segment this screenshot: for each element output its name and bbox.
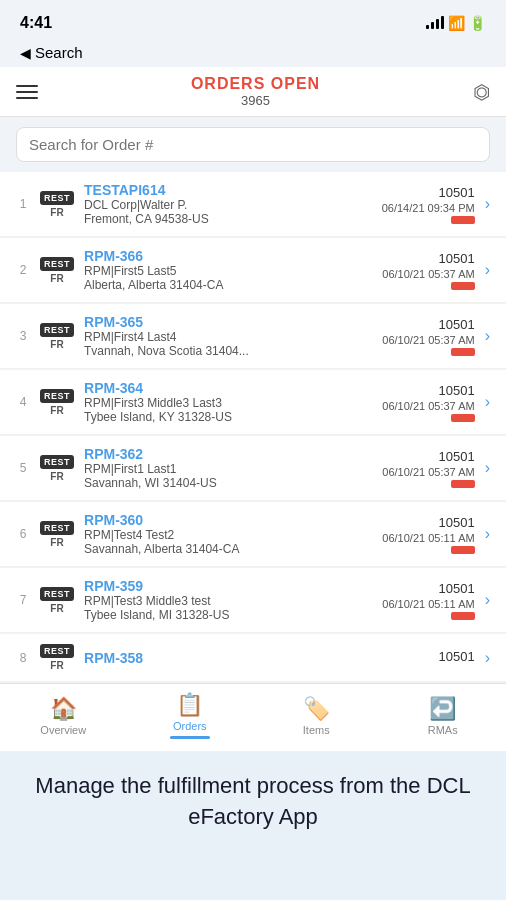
order-number: 8 bbox=[16, 651, 30, 665]
chevron-right-icon: › bbox=[485, 327, 490, 345]
order-status-indicator bbox=[451, 546, 475, 554]
header-title: ORDERS OPEN 3965 bbox=[191, 75, 320, 108]
fr-badge: FR bbox=[50, 471, 63, 482]
chevron-right-icon: › bbox=[485, 261, 490, 279]
signal-bars-icon bbox=[426, 16, 444, 29]
order-number: 3 bbox=[16, 329, 30, 343]
nav-item-orders[interactable]: 📋 Orders bbox=[127, 692, 254, 739]
order-company: DCL Corp|Walter P. bbox=[84, 198, 372, 212]
order-date: 06/10/21 05:37 AM bbox=[382, 466, 474, 478]
order-list-item[interactable]: 4 REST FR RPM-364 RPM|First3 Middle3 Las… bbox=[0, 370, 506, 435]
order-info: RPM-366 RPM|First5 Last5 Alberta, Albert… bbox=[84, 248, 372, 292]
order-right: 10501 06/10/21 05:11 AM bbox=[382, 515, 474, 554]
order-name: RPM-364 bbox=[84, 380, 372, 396]
order-list-item[interactable]: 2 REST FR RPM-366 RPM|First5 Last5 Alber… bbox=[0, 238, 506, 303]
fr-badge: FR bbox=[50, 207, 63, 218]
search-container bbox=[0, 117, 506, 172]
order-location: Tybee Island, KY 31328-US bbox=[84, 410, 372, 424]
rmas-icon: ↩️ bbox=[429, 696, 456, 722]
order-status-indicator bbox=[451, 612, 475, 620]
order-list-item[interactable]: 5 REST FR RPM-362 RPM|First1 Last1 Savan… bbox=[0, 436, 506, 501]
order-list-item[interactable]: 7 REST FR RPM-359 RPM|Test3 Middle3 test… bbox=[0, 568, 506, 633]
order-date: 06/14/21 09:34 PM bbox=[382, 202, 475, 214]
order-info: RPM-360 RPM|Test4 Test2 Savannah, Albert… bbox=[84, 512, 372, 556]
order-name: RPM-366 bbox=[84, 248, 372, 264]
rest-badge: REST bbox=[40, 323, 74, 337]
order-id: 10501 bbox=[439, 515, 475, 530]
order-id: 10501 bbox=[439, 449, 475, 464]
order-company: RPM|First1 Last1 bbox=[84, 462, 372, 476]
wifi-icon: 📶 bbox=[448, 15, 465, 31]
order-id: 10501 bbox=[439, 581, 475, 596]
order-info: RPM-365 RPM|First4 Last4 Tvannah, Nova S… bbox=[84, 314, 372, 358]
order-list-item[interactable]: 8 REST FR RPM-358 10501 › bbox=[0, 634, 506, 682]
items-icon: 🏷️ bbox=[303, 696, 330, 722]
order-list-item[interactable]: 1 REST FR TESTAPI614 DCL Corp|Walter P. … bbox=[0, 172, 506, 237]
order-name: RPM-359 bbox=[84, 578, 372, 594]
back-chevron-icon: ◀ bbox=[20, 45, 31, 61]
order-status-indicator bbox=[451, 414, 475, 422]
rest-badge: REST bbox=[40, 257, 74, 271]
bottom-nav: 🏠 Overview 📋 Orders 🏷️ Items ↩️ RMAs bbox=[0, 683, 506, 751]
order-status-indicator bbox=[451, 282, 475, 290]
order-info: RPM-359 RPM|Test3 Middle3 test Tybee Isl… bbox=[84, 578, 372, 622]
order-date: 06/10/21 05:37 AM bbox=[382, 334, 474, 346]
fr-badge: FR bbox=[50, 603, 63, 614]
orders-title: ORDERS OPEN bbox=[191, 75, 320, 93]
order-info: TESTAPI614 DCL Corp|Walter P. Fremont, C… bbox=[84, 182, 372, 226]
nav-item-items[interactable]: 🏷️ Items bbox=[253, 696, 380, 736]
order-name: RPM-360 bbox=[84, 512, 372, 528]
order-list-item[interactable]: 3 REST FR RPM-365 RPM|First4 Last4 Tvann… bbox=[0, 304, 506, 369]
order-badges: REST FR bbox=[40, 587, 74, 614]
fr-badge: FR bbox=[50, 273, 63, 284]
order-status-indicator bbox=[451, 348, 475, 356]
nav-item-rmas[interactable]: ↩️ RMAs bbox=[380, 696, 507, 736]
home-icon: 🏠 bbox=[50, 696, 77, 722]
nav-active-indicator bbox=[170, 736, 210, 739]
order-number: 6 bbox=[16, 527, 30, 541]
order-right: 10501 06/10/21 05:11 AM bbox=[382, 581, 474, 620]
rest-badge: REST bbox=[40, 191, 74, 205]
nav-label-overview: Overview bbox=[40, 724, 86, 736]
nav-label-items: Items bbox=[303, 724, 330, 736]
filter-icon[interactable]: ⏣ bbox=[473, 80, 490, 104]
nav-back[interactable]: ◀ Search bbox=[0, 40, 506, 67]
search-input[interactable] bbox=[16, 127, 490, 162]
order-number: 5 bbox=[16, 461, 30, 475]
order-location: Tvannah, Nova Scotia 31404... bbox=[84, 344, 372, 358]
order-status-indicator bbox=[451, 480, 475, 488]
order-info: RPM-358 bbox=[84, 650, 429, 666]
rest-badge: REST bbox=[40, 587, 74, 601]
phone-screen: 4:41 📶 🔋 ◀ Search bbox=[0, 0, 506, 751]
order-right: 10501 06/10/21 05:37 AM bbox=[382, 251, 474, 290]
order-badges: REST FR bbox=[40, 644, 74, 671]
order-date: 06/10/21 05:37 AM bbox=[382, 268, 474, 280]
order-number: 7 bbox=[16, 593, 30, 607]
status-bar: 4:41 📶 🔋 bbox=[0, 0, 506, 40]
order-status-indicator bbox=[451, 216, 475, 224]
status-time: 4:41 bbox=[20, 14, 52, 32]
order-company: RPM|Test4 Test2 bbox=[84, 528, 372, 542]
chevron-right-icon: › bbox=[485, 525, 490, 543]
order-right: 10501 06/10/21 05:37 AM bbox=[382, 383, 474, 422]
orders-list: 1 REST FR TESTAPI614 DCL Corp|Walter P. … bbox=[0, 172, 506, 683]
order-name: TESTAPI614 bbox=[84, 182, 372, 198]
order-name: RPM-362 bbox=[84, 446, 372, 462]
order-right: 10501 bbox=[439, 649, 475, 666]
order-number: 2 bbox=[16, 263, 30, 277]
order-badges: REST FR bbox=[40, 323, 74, 350]
order-list-item[interactable]: 6 REST FR RPM-360 RPM|Test4 Test2 Savann… bbox=[0, 502, 506, 567]
bottom-text-section: Manage the fulfillment process from the … bbox=[0, 751, 506, 853]
order-company: RPM|First4 Last4 bbox=[84, 330, 372, 344]
orders-count: 3965 bbox=[191, 93, 320, 108]
nav-item-overview[interactable]: 🏠 Overview bbox=[0, 696, 127, 736]
chevron-right-icon: › bbox=[485, 393, 490, 411]
order-name: RPM-365 bbox=[84, 314, 372, 330]
hamburger-menu-icon[interactable] bbox=[16, 85, 38, 99]
back-label[interactable]: Search bbox=[35, 44, 83, 61]
order-company: RPM|First3 Middle3 Last3 bbox=[84, 396, 372, 410]
fr-badge: FR bbox=[50, 405, 63, 416]
order-id: 10501 bbox=[439, 383, 475, 398]
chevron-right-icon: › bbox=[485, 459, 490, 477]
chevron-right-icon: › bbox=[485, 649, 490, 667]
